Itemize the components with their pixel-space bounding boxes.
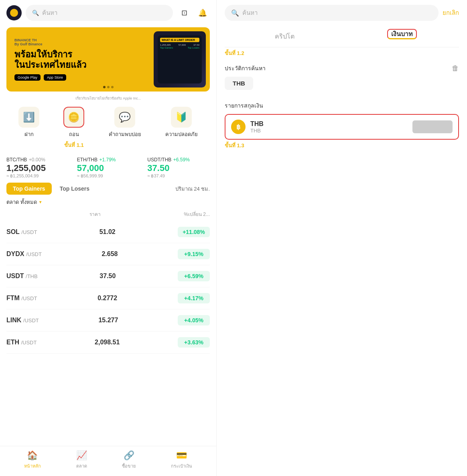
nav-market-label: ตลาด	[76, 462, 87, 470]
binance-logo	[6, 5, 22, 20]
sol-change: +11.08%	[178, 227, 210, 237]
withdraw-icon-box: 🪙	[63, 107, 84, 128]
market-row[interactable]: LINK /USDT 15.277 +4.05%	[6, 309, 210, 332]
currency-item-thb[interactable]: ฿ THB THB	[225, 114, 459, 140]
link-price: 15.277	[98, 317, 118, 324]
currency-sub: THB	[250, 128, 412, 134]
delete-history-icon[interactable]: 🗑	[452, 64, 459, 73]
currency-list-section: รายการสกุลเงิน ฿ THB THB ขั้นที่ 1.3	[225, 101, 459, 150]
eth-price: 2,098.51	[95, 339, 120, 346]
market-icon: 📈	[76, 450, 87, 461]
link-change: +4.05%	[178, 315, 210, 325]
currency-list-title: รายการสกุลเงิน	[225, 101, 459, 110]
ticker-btc-price: 1,255,005	[6, 163, 69, 173]
eth-change: +3.63%	[178, 337, 210, 348]
coin-link: LINK /USDT	[6, 317, 39, 324]
ticker-usdt[interactable]: USDT/THB +6.59% 37.50 ≈ ฿37.49	[147, 156, 210, 179]
history-section: ประวัติการค้นหา 🗑 THB	[225, 59, 459, 101]
coin-ftm: FTM /USDT	[6, 295, 37, 302]
currency-name: THB	[250, 120, 412, 128]
col-change: %เปลี่ยน 2...	[184, 210, 210, 218]
ticker-btc[interactable]: BTC/THB +0.00% 1,255,005 ≈ ฿1,255,004.99	[6, 156, 69, 179]
category-tabs: คริปโต เงินบาท	[225, 26, 459, 47]
history-header: ประวัติการค้นหา 🗑	[225, 64, 459, 73]
ticker-eth-price: 57,000	[77, 163, 140, 173]
wallet-icon: 💳	[176, 450, 187, 461]
market-row[interactable]: FTM /USDT 0.2772 +4.17%	[6, 287, 210, 309]
ftm-price: 0.2772	[97, 295, 117, 302]
action-deposit[interactable]: ⬇️ ฝาก	[18, 107, 39, 149]
top-bar-left: 🔍 ค้นหา ⊡ 🔔	[0, 0, 216, 26]
step-1-3-label: ขั้นที่ 1.3	[225, 141, 459, 150]
ticker-usdt-price: 37.50	[147, 163, 210, 173]
history-chip-thb[interactable]: THB	[225, 77, 253, 90]
right-panel: 🔍 ค้นหา ยกเลิก คริปโต เงินบาท ขั้นที่ 1.…	[217, 0, 467, 476]
search-bar-left[interactable]: 🔍 ค้นหา	[26, 5, 173, 21]
history-title: ประวัติการค้นหา	[225, 64, 266, 73]
filter-arrow-icon: ▼	[39, 200, 43, 204]
market-header: ราคา %เปลี่ยน 2...	[6, 209, 210, 220]
banner-logo: BINANCE TH By Gulf Binance	[14, 38, 146, 46]
step-1-1-label: ขั้นที่ 1.1	[64, 141, 84, 149]
security-icon: 🔰	[171, 107, 192, 128]
action-faq[interactable]: 💬 คำถามพบบ่อย	[109, 107, 141, 149]
bell-icon[interactable]: 🔔	[195, 6, 210, 20]
ticker-eth-approx: ≈ ฿56,999.99	[77, 173, 140, 179]
market-row[interactable]: USDT /THB 37.50 +6.59%	[6, 265, 210, 287]
currency-icon-thb: ฿	[231, 120, 246, 134]
left-panel: 🔍 ค้นหา ⊡ 🔔 BINANCE TH By Gulf Binance พ…	[0, 0, 217, 476]
banner-stores: Google Play App Store	[14, 74, 146, 81]
banner-disclaimer: เกี่ยวกับนโยบายไม่เกี่ยวข้องกับ Apple In…	[0, 96, 216, 101]
search-icon: 🔍	[32, 10, 39, 16]
nav-home[interactable]: 🏠 หน้าหลัก	[24, 450, 41, 470]
deposit-icon: ⬇️	[18, 107, 39, 128]
nav-wallet[interactable]: 💳 กระเป๋าเงิน	[171, 450, 192, 470]
coin-sol: SOL /USDT	[6, 228, 37, 236]
action-withdraw[interactable]: 🪙 ถอน ขั้นที่ 1.1	[63, 107, 84, 149]
market-section: Top Gainers Top Losers ปริมาณ 24 ชม. ตลา…	[0, 183, 216, 446]
action-security[interactable]: 🔰 ความปลอดภัย	[165, 107, 198, 149]
tab-top-gainers[interactable]: Top Gainers	[6, 183, 52, 195]
market-filter[interactable]: ตลาด ทั้งหมด ▼	[6, 198, 210, 206]
home-icon: 🏠	[27, 450, 38, 461]
nav-trade-label: ซื้อขาย	[122, 462, 136, 470]
nav-home-label: หน้าหลัก	[24, 462, 41, 470]
market-row[interactable]: ETH /USDT 2,098.51 +3.63%	[6, 332, 210, 354]
ftm-change: +4.17%	[178, 293, 210, 303]
filter-label: ตลาด ทั้งหมด	[6, 198, 37, 206]
currency-info: THB THB	[250, 120, 412, 134]
market-row[interactable]: SOL /USDT 51.02 +11.08%	[6, 221, 210, 243]
market-row[interactable]: DYDX /USDT 2.658 +9.15%	[6, 243, 210, 265]
tab-top-losers[interactable]: Top Losers	[53, 183, 96, 195]
google-play-btn[interactable]: Google Play	[14, 74, 41, 81]
promo-banner[interactable]: BINANCE TH By Gulf Binance พร้อมให้บริกา…	[6, 27, 210, 92]
ticker-usdt-approx: ≈ ฿37.49	[147, 173, 210, 179]
ticker-eth-pair: ETH/THB +1.79%	[77, 156, 140, 163]
tab-baht-wrapper: เงินบาท	[387, 29, 417, 44]
tab-baht[interactable]: เงินบาท	[387, 29, 417, 39]
price-tickers: BTC/THB +0.00% 1,255,005 ≈ ฿1,255,004.99…	[0, 153, 216, 183]
app-store-btn[interactable]: App Store	[44, 74, 66, 81]
quick-actions: ⬇️ ฝาก 🪙 ถอน ขั้นที่ 1.1 💬 คำถามพบบ่อย 🔰…	[0, 103, 216, 153]
tab-period: ปริมาณ 24 ชม.	[175, 185, 210, 193]
banner-phone-mockup: WHAT IS A LIMIT ORDER 1,255,00557,00037.…	[154, 31, 206, 87]
coin-eth: ETH /USDT	[6, 339, 37, 346]
usdt-change: +6.59%	[178, 271, 210, 281]
banner-content: BINANCE TH By Gulf Binance พร้อมให้บริกา…	[6, 32, 154, 87]
scan-icon[interactable]: ⊡	[177, 6, 191, 20]
ticker-eth[interactable]: ETH/THB +1.79% 57,000 ≈ ฿56,999.99	[77, 156, 140, 179]
nav-trade[interactable]: 🔗 ซื้อขาย	[122, 450, 136, 470]
sol-price: 51.02	[99, 228, 116, 236]
tab-crypto[interactable]: คริปโต	[267, 29, 303, 44]
col-price: ราคา	[89, 210, 101, 218]
coin-dydx: DYDX /USDT	[6, 250, 42, 258]
usdt-price: 37.50	[99, 273, 116, 280]
search-placeholder-right: ค้นหา	[242, 8, 258, 18]
search-bar-right[interactable]: 🔍 ค้นหา	[225, 5, 439, 21]
cancel-button[interactable]: ยกเลิก	[443, 8, 459, 18]
withdraw-label: ถอน	[69, 130, 79, 138]
nav-market[interactable]: 📈 ตลาด	[76, 450, 87, 470]
deposit-label: ฝาก	[24, 130, 34, 138]
security-label: ความปลอดภัย	[165, 130, 198, 138]
faq-label: คำถามพบบ่อย	[109, 130, 141, 138]
